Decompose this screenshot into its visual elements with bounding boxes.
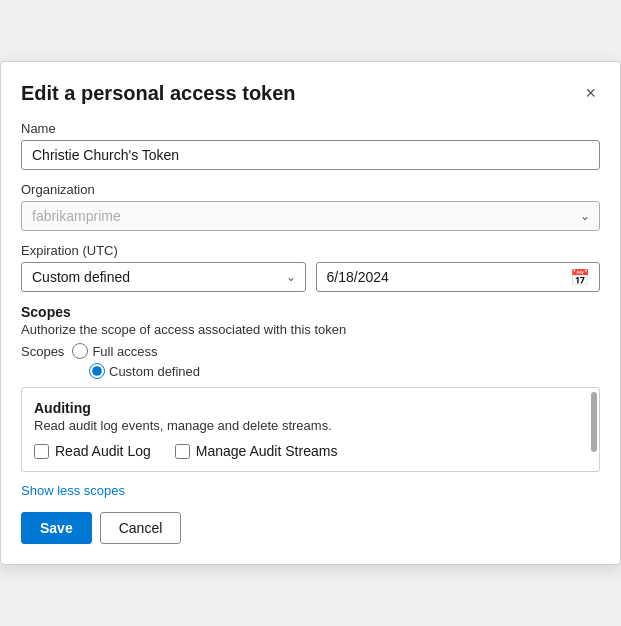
expiration-label: Expiration (UTC)	[21, 243, 600, 258]
expiration-select-wrapper: Custom defined ⌄	[21, 262, 306, 292]
scopes-section: Scopes Authorize the scope of access ass…	[21, 304, 600, 379]
organization-label: Organization	[21, 182, 600, 197]
scopes-title: Scopes	[21, 304, 600, 320]
read-audit-log-label: Read Audit Log	[55, 443, 151, 459]
custom-defined-radio-row: Custom defined	[89, 363, 600, 379]
auditing-title: Auditing	[34, 400, 587, 416]
date-input[interactable]	[316, 262, 601, 292]
expiration-row: Custom defined ⌄ 📅	[21, 262, 600, 292]
full-access-radio[interactable]	[72, 343, 88, 359]
name-label: Name	[21, 121, 600, 136]
action-row: Save Cancel	[21, 512, 600, 544]
organization-select-wrapper: fabrikamprime ⌄	[21, 201, 600, 231]
auditing-description: Read audit log events, manage and delete…	[34, 418, 587, 433]
scope-checkboxes: Read Audit Log Manage Audit Streams	[34, 443, 587, 459]
cancel-button[interactable]: Cancel	[100, 512, 182, 544]
scopes-subtitle: Authorize the scope of access associated…	[21, 322, 600, 337]
expiration-select[interactable]: Custom defined	[21, 262, 306, 292]
read-audit-log-item[interactable]: Read Audit Log	[34, 443, 151, 459]
show-scopes-link[interactable]: Show less scopes	[21, 483, 125, 498]
manage-audit-streams-checkbox[interactable]	[175, 444, 190, 459]
custom-defined-label[interactable]: Custom defined	[109, 364, 200, 379]
expiration-field-group: Expiration (UTC) Custom defined ⌄ 📅	[21, 243, 600, 292]
dialog-title: Edit a personal access token	[21, 82, 296, 105]
scopes-box: Auditing Read audit log events, manage a…	[21, 387, 600, 472]
close-button[interactable]: ×	[581, 82, 600, 104]
custom-defined-radio[interactable]	[89, 363, 105, 379]
dialog-header: Edit a personal access token ×	[21, 82, 600, 105]
name-field-group: Name	[21, 121, 600, 170]
organization-select[interactable]: fabrikamprime	[21, 201, 600, 231]
edit-token-dialog: Edit a personal access token × Name Orga…	[0, 61, 621, 565]
scopes-label: Scopes	[21, 344, 64, 359]
organization-field-group: Organization fabrikamprime ⌄	[21, 182, 600, 231]
date-input-wrapper: 📅	[316, 262, 601, 292]
full-access-label[interactable]: Full access	[92, 344, 157, 359]
read-audit-log-checkbox[interactable]	[34, 444, 49, 459]
scrollbar-thumb	[591, 392, 597, 452]
manage-audit-streams-item[interactable]: Manage Audit Streams	[175, 443, 338, 459]
name-input[interactable]	[21, 140, 600, 170]
full-access-radio-row: Scopes Full access	[21, 343, 600, 359]
save-button[interactable]: Save	[21, 512, 92, 544]
manage-audit-streams-label: Manage Audit Streams	[196, 443, 338, 459]
